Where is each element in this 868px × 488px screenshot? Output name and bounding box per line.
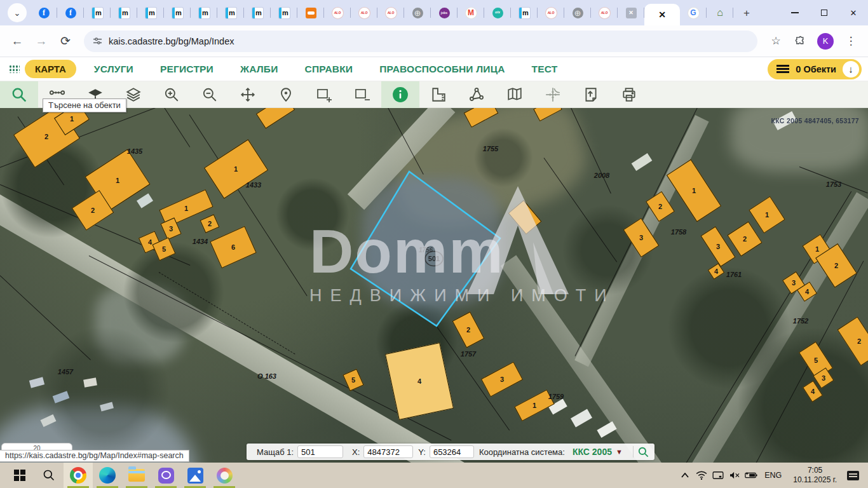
imot-favicon-icon: m (92, 8, 103, 18)
tool-pan-icon[interactable] (229, 81, 267, 108)
coordinate-system-dropdown-icon[interactable]: ▼ (616, 448, 623, 456)
scale-label: Мащаб 1: (257, 447, 294, 457)
windows-taskbar: ENG 7:05 10.11.2025 г. (0, 463, 868, 488)
map-canvas[interactable]: 2112112345612312341234253454231143514331… (0, 108, 868, 463)
window-restore-button[interactable] (810, 0, 839, 25)
browser-tab-gmail[interactable]: M (458, 0, 484, 25)
browser-tab-alo[interactable]: ALO (351, 0, 377, 25)
tool-info-icon[interactable] (381, 81, 419, 108)
imot-favicon-icon: m (172, 8, 183, 18)
tray-touch-keyboard-icon[interactable] (710, 463, 726, 488)
tool-base-map-icon[interactable] (496, 81, 534, 108)
nav-item-услуги[interactable]: УСЛУГИ (94, 64, 133, 75)
y-coordinate-input[interactable] (430, 445, 474, 458)
tray-wifi-icon[interactable] (693, 463, 710, 488)
reload-button[interactable]: ⟳ (55, 30, 76, 52)
taskbar-edge-icon[interactable] (93, 463, 122, 488)
nav-item-жалби[interactable]: ЖАЛБИ (240, 64, 278, 75)
x-coordinate-input[interactable] (363, 445, 413, 458)
tool-select-rect-plus-icon[interactable] (305, 81, 343, 108)
browser-tab-alo[interactable]: ALO (591, 0, 618, 25)
browser-tab-home[interactable]: ⌂ (707, 0, 733, 25)
coordinate-system-value[interactable]: ККС 2005 (573, 447, 612, 457)
browser-tab-alo[interactable]: ALO (538, 0, 564, 25)
taskbar-photos-icon[interactable] (180, 463, 210, 488)
tray-chevron-up-icon[interactable] (677, 463, 693, 488)
browser-tab-google[interactable]: G (680, 0, 707, 25)
browser-tab-imot[interactable]: m (511, 0, 538, 25)
scale-input[interactable] (297, 445, 343, 458)
browser-tab-car[interactable] (297, 0, 324, 25)
browser-tab-alo[interactable]: ALO (377, 0, 404, 25)
nav-item-правоспособни-лица[interactable]: ПРАВОСПОСОБНИ ЛИЦА (379, 64, 505, 75)
map-search-icon[interactable] (637, 446, 649, 458)
tray-clock[interactable]: 7:05 10.11.2025 г. (787, 466, 843, 485)
tool-zoom-in-icon[interactable] (153, 81, 191, 108)
facebook-favicon-icon: f (65, 8, 76, 18)
tool-locate-pin-icon[interactable] (267, 81, 305, 108)
tool-export-page-icon[interactable] (572, 81, 610, 108)
start-button[interactable] (5, 463, 34, 488)
browser-tab-jobs[interactable]: jobs (431, 0, 458, 25)
site-settings-icon[interactable] (93, 36, 102, 46)
selected-parcel-number: 501 (428, 255, 440, 262)
tool-print-icon[interactable] (610, 81, 648, 108)
nav-item-регистри[interactable]: РЕГИСТРИ (160, 64, 214, 75)
placeholder-favicon-icon: ✕ (626, 8, 637, 18)
site-navigation: КАРТА УСЛУГИРЕГИСТРИЖАЛБИСПРАВКИПРАВОСПО… (0, 57, 868, 81)
browser-tab-imot[interactable]: m (271, 0, 297, 25)
nav-item-karta[interactable]: КАРТА (25, 60, 76, 78)
browser-tab-alo[interactable]: ALO (324, 0, 351, 25)
browser-tab-imot[interactable]: m (217, 0, 244, 25)
tool-select-rect-minus-icon[interactable] (343, 81, 381, 108)
download-arrow-icon[interactable]: ↓ (843, 61, 859, 78)
taskbar-file-explorer-icon[interactable] (122, 463, 151, 488)
browser-tab-olx[interactable]: olx (484, 0, 511, 25)
taskbar-paint-icon[interactable] (210, 463, 239, 488)
extensions-icon[interactable] (789, 30, 811, 52)
browser-tab-facebook[interactable]: f (31, 0, 57, 25)
window-close-button[interactable]: ✕ (839, 0, 868, 25)
browser-tab-imot[interactable]: m (164, 0, 191, 25)
tray-battery-icon[interactable] (743, 463, 759, 488)
tool-coordinate-axes-icon[interactable] (534, 81, 572, 108)
browser-tab-globe[interactable]: ⊕ (564, 0, 591, 25)
tool-polygon-nodes-icon[interactable] (458, 81, 496, 108)
browser-tab-imot[interactable]: m (191, 0, 217, 25)
browser-tab-imot[interactable]: m (84, 0, 111, 25)
browser-tab-facebook[interactable]: f (57, 0, 84, 25)
browser-tab-activex[interactable]: ✕ (644, 4, 680, 25)
browser-tab-globe[interactable]: ⊕ (404, 0, 431, 25)
browser-menu-icon[interactable]: ⋮ (840, 30, 862, 52)
taskbar-viber-icon[interactable] (151, 463, 180, 488)
browser-tab-placeholder[interactable]: ✕ (618, 0, 644, 25)
tray-volume-muted-icon[interactable] (726, 463, 743, 488)
apps-grid-icon[interactable] (9, 65, 20, 73)
tool-measure-area-icon[interactable] (419, 81, 458, 108)
nav-item-тест[interactable]: ТЕСТ (532, 64, 558, 75)
olx-favicon-icon: olx (492, 8, 503, 18)
back-button[interactable]: ← (6, 30, 28, 52)
tool-zoom-out-icon[interactable] (191, 81, 229, 108)
tray-date: 10.11.2025 г. (793, 475, 837, 485)
browser-tab-imot[interactable]: m (244, 0, 271, 25)
action-center-icon[interactable] (847, 471, 859, 480)
tab-search-chevron-icon[interactable]: ⌄ (8, 3, 27, 22)
nav-item-справки[interactable]: СПРАВКИ (305, 64, 353, 75)
tray-language-indicator[interactable]: ENG (759, 471, 787, 480)
taskbar-chrome-icon[interactable] (64, 463, 93, 488)
car-favicon-icon (306, 8, 316, 18)
forward-button[interactable]: → (31, 30, 52, 52)
taskbar-search-icon[interactable] (34, 463, 64, 488)
window-minimize-button[interactable] (780, 0, 810, 25)
browser-tab-plus[interactable]: + (733, 0, 760, 25)
bookmark-star-icon[interactable]: ☆ (765, 30, 787, 52)
browser-tab-imot[interactable]: m (111, 0, 137, 25)
profile-avatar[interactable]: K (817, 33, 834, 50)
url-field[interactable]: kais.cadastre.bg/bg/Map/Index (84, 30, 757, 52)
imot-favicon-icon: m (199, 8, 210, 18)
map-status-bar: Мащаб 1: X: Y: Координатна система: ККС … (247, 444, 654, 460)
browser-tab-imot[interactable]: m (137, 0, 164, 25)
objects-button[interactable]: 0 Обекти ↓ (768, 59, 862, 79)
tool-search-icon[interactable] (0, 81, 38, 108)
